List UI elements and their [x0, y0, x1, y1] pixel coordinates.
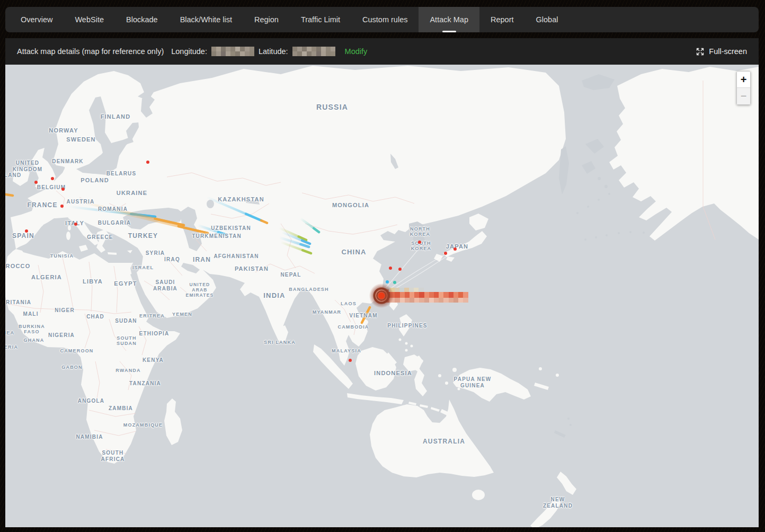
nav-tabs: OverviewWebSiteBlockadeBlack/White listR… — [5, 7, 759, 32]
fullscreen-label: Full-screen — [709, 47, 747, 56]
redacted-map-pixel — [463, 292, 468, 298]
attack-streak — [6, 194, 13, 196]
redacted-pixel — [221, 47, 226, 51]
attack-source-dot — [398, 268, 402, 271]
attack-source-dot — [74, 223, 77, 226]
tab-label: Region — [254, 15, 279, 24]
active-tab-underline — [442, 31, 456, 32]
latitude-redacted-value — [292, 47, 335, 56]
redacted-pixel — [326, 51, 331, 56]
attack-map-page: OverviewWebSiteBlockadeBlack/White listR… — [0, 0, 765, 532]
redacted-pixel — [235, 51, 240, 56]
tab-label: Global — [536, 15, 558, 24]
attack-source-dot — [444, 252, 447, 255]
redacted-pixel — [297, 47, 302, 51]
redacted-pixel — [312, 51, 316, 56]
tab-label: Custom rules — [362, 15, 407, 24]
redacted-pixel — [326, 47, 331, 51]
attack-source-dot — [51, 177, 54, 180]
redacted-pixel — [302, 51, 307, 56]
redacted-pixel — [250, 51, 254, 56]
subheader-bar: Attack map details (map for reference on… — [5, 38, 759, 65]
redacted-map-pixel — [463, 298, 468, 303]
attack-source-dot — [60, 205, 64, 208]
tab-traffic-limit[interactable]: Traffic Limit — [290, 7, 351, 32]
redacted-pixel — [245, 47, 250, 51]
attack-source-dot — [393, 281, 396, 284]
redacted-pixel — [211, 51, 216, 56]
fullscreen-expand-icon — [696, 47, 705, 56]
redacted-pixel — [321, 51, 326, 56]
tab-label: Report — [491, 15, 514, 24]
attack-target-marker — [378, 292, 385, 299]
redacted-pixel — [226, 47, 230, 51]
redacted-pixel — [216, 47, 221, 51]
redacted-pixel — [316, 47, 321, 51]
tab-report[interactable]: Report — [479, 7, 525, 32]
tab-region[interactable]: Region — [243, 7, 290, 32]
redacted-pixel — [250, 47, 254, 51]
tab-black-white-list[interactable]: Black/White list — [169, 7, 243, 32]
attack-source-dot — [418, 241, 421, 244]
redacted-pixel — [307, 51, 312, 56]
attack-source-dot — [146, 161, 149, 164]
attack-source-dot — [453, 247, 457, 251]
tab-blockade[interactable]: Blockade — [115, 7, 169, 32]
redacted-pixel — [216, 51, 221, 56]
redacted-pixel — [240, 51, 245, 56]
attack-source-dot — [61, 188, 65, 191]
longitude-redacted-value — [211, 47, 254, 56]
tab-website[interactable]: WebSite — [64, 7, 115, 32]
redacted-pixel — [211, 47, 216, 51]
latitude-label: Latitude: — [259, 47, 288, 56]
page-title: Attack map details (map for reference on… — [17, 47, 164, 56]
attack-source-dot — [25, 229, 28, 233]
redacted-pixel — [226, 51, 230, 56]
tab-custom-rules[interactable]: Custom rules — [351, 7, 419, 32]
redacted-pixel — [307, 47, 312, 51]
redacted-pixel — [221, 51, 226, 56]
attack-source-dot — [386, 280, 389, 283]
attack-source-dot — [34, 181, 38, 184]
redacted-pixel — [230, 47, 235, 51]
redacted-pixel — [316, 51, 321, 56]
tab-label: Attack Map — [430, 15, 468, 24]
redacted-map-pixel — [419, 288, 424, 292]
longitude-label: Longitude: — [171, 47, 207, 56]
redacted-pixel — [331, 47, 335, 51]
zoom-out-button[interactable]: − — [737, 88, 750, 104]
tab-label: Traffic Limit — [301, 15, 340, 24]
attack-source-dot — [389, 267, 392, 270]
redacted-pixel — [292, 51, 297, 56]
redacted-pixel — [321, 47, 326, 51]
modify-button[interactable]: Modify — [345, 47, 368, 56]
redacted-pixel — [240, 47, 245, 51]
zoom-in-button[interactable]: + — [737, 72, 750, 88]
redacted-pixel — [302, 47, 307, 51]
tab-label: Overview — [21, 15, 52, 24]
tab-attack-map[interactable]: Attack Map — [419, 7, 479, 32]
fullscreen-button[interactable]: Full-screen — [696, 47, 747, 56]
redacted-pixel — [297, 51, 302, 56]
tab-label: Blockade — [126, 15, 158, 24]
tab-overview[interactable]: Overview — [10, 7, 64, 32]
redacted-pixel — [312, 47, 316, 51]
map-canvas[interactable]: RUSSIAFINLANDNORWAYSWEDENDENMARKUNITED K… — [5, 65, 759, 527]
redacted-pixel — [331, 51, 335, 56]
map-zoom-control: + − — [736, 71, 751, 105]
attack-source-dot — [349, 359, 352, 362]
redacted-pixel — [235, 47, 240, 51]
tab-label: Black/White list — [180, 15, 232, 24]
redacted-pixel — [245, 51, 250, 56]
redacted-pixel — [230, 51, 235, 56]
redacted-pixel — [292, 47, 297, 51]
tab-global[interactable]: Global — [525, 7, 570, 32]
tab-label: WebSite — [75, 15, 104, 24]
